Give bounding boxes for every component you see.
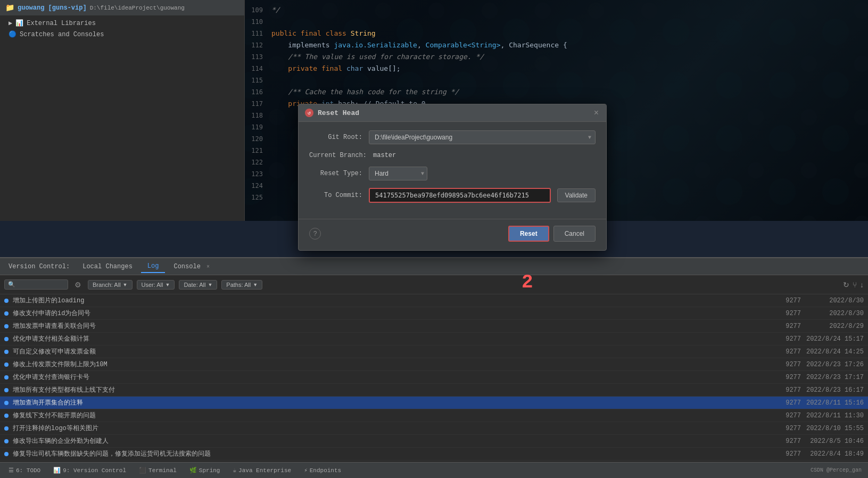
java-label: Java Enterprise [238, 467, 291, 474]
java-icon: ☕ [233, 467, 236, 474]
git-root-row: Git Root: D:\file\ideaProject\guowang ▼ [309, 130, 596, 144]
log-num: 9277 [780, 438, 801, 445]
log-row-3[interactable]: 优化申请支付相关金额计算 9277 2022/8/24 15:17 [0, 333, 868, 345]
tab-console-close[interactable]: × [206, 264, 210, 270]
log-date: 2022/8/23 17:17 [805, 374, 864, 381]
terminal-icon: ⬛ [139, 467, 146, 474]
log-dot [4, 350, 9, 354]
git-root-select[interactable]: D:\file\ideaProject\guowang [369, 130, 596, 144]
code-line-110: 110 [245, 16, 868, 28]
log-msg: 修复导出司机车辆数据缺失的问题，修复添加运货司机无法搜索的问题 [13, 449, 775, 458]
status-todo[interactable]: ☰ 6: TODO [6, 466, 43, 475]
project-sidebar: 📁 guowang [guns-vip] D:\file\ideaProject… [0, 0, 245, 221]
log-date: 2022/8/30 [805, 297, 864, 304]
log-msg: 修改支付申请的id为合同号 [13, 309, 775, 318]
log-row-7[interactable]: 增加所有支付类型都有线上线下支付 9277 2022/8/23 16:17 [0, 384, 868, 397]
status-spring[interactable]: 🌿 Spring [187, 466, 222, 475]
endpoints-label: Endpoints [310, 467, 341, 474]
log-row-10[interactable]: 打开注释掉的logo等相关图片 9277 2022/8/10 15:55 [0, 422, 868, 435]
log-num: 9277 [780, 399, 801, 407]
branch-filter[interactable]: Branch: All ▼ [88, 280, 133, 290]
log-msg: 增加发票申请查看关联合同号 [13, 322, 775, 331]
date-filter[interactable]: Date: All ▼ [179, 280, 217, 290]
log-date: 2022/8/30 [805, 310, 864, 317]
log-dot [4, 375, 9, 380]
log-row-12[interactable]: 修复导出司机车辆数据缺失的问题，修复添加运货司机无法搜索的问题 9277 202… [0, 448, 868, 460]
paths-filter[interactable]: Paths: All ▼ [221, 280, 262, 290]
code-line-116: 116 /** Cache the hash code for the stri… [245, 86, 868, 98]
log-num: 9277 [780, 310, 801, 317]
log-num: 9277 [780, 361, 801, 368]
to-commit-input[interactable] [369, 188, 551, 203]
log-date: 2022/8/23 16:17 [805, 386, 864, 394]
log-msg: 优化申请支付相关金额计算 [13, 334, 775, 343]
log-date: 2022/8/4 18:49 [805, 450, 864, 458]
log-row-8[interactable]: 增加查询开票集合的注释 9277 2022/8/11 15:16 [0, 397, 868, 409]
reset-head-dialog: ↺ Reset Head × Git Root: D:\file\ideaPro… [298, 104, 607, 251]
log-row-0[interactable]: 增加上传图片的loading 9277 2022/8/30 [0, 294, 868, 307]
log-row-6[interactable]: 优化申请支付查询银行卡号 9277 2022/8/23 17:17 [0, 371, 868, 384]
version-control-icon: 📊 [53, 467, 61, 474]
sidebar-item-scratches[interactable]: 🔵 Scratches and Consoles [0, 29, 244, 40]
status-terminal[interactable]: ⬛ Terminal [137, 466, 179, 475]
log-date: 2022/8/11 11:30 [805, 412, 864, 419]
sidebar-item-external-libraries[interactable]: ▶ 📊 External Libraries [0, 18, 244, 29]
log-num: 9277 [780, 323, 801, 330]
log-row-4[interactable]: 可自定义修改可申请发票金额 9277 2022/8/24 14:25 [0, 345, 868, 358]
log-msg: 修改导出车辆的企业外勤为创建人 [13, 436, 775, 446]
log-dot [4, 311, 9, 316]
cancel-button[interactable]: Cancel [553, 226, 596, 242]
tab-console[interactable]: Console × [167, 261, 216, 273]
log-msg: 可自定义修改可申请发票金额 [13, 347, 775, 356]
project-name: guowang [guns-vip] [18, 4, 87, 12]
log-row-2[interactable]: 增加发票申请查看关联合同号 9277 2022/8/29 [0, 320, 868, 333]
search-input[interactable] [18, 282, 60, 288]
log-row-5[interactable]: 修改上传发票文件限制上限为10M 9277 2022/8/23 17:26 [0, 358, 868, 371]
log-num: 9277 [780, 297, 801, 304]
watermark: CSDN @Percep_gan [811, 467, 862, 473]
bottom-panel: Version Control: Local Changes Log Conso… [0, 257, 868, 478]
settings-button[interactable]: ⚙ [72, 279, 84, 290]
user-filter[interactable]: User: All ▼ [137, 280, 175, 290]
branch-icon-btn[interactable]: ⑂ [853, 281, 857, 289]
status-endpoints[interactable]: ⚡ Endpoints [302, 466, 343, 475]
dialog-title: Reset Head [318, 109, 589, 117]
todo-label: 6: TODO [16, 467, 40, 474]
status-java-enterprise[interactable]: ☕ Java Enterprise [230, 466, 293, 475]
log-num: 9277 [780, 450, 801, 458]
search-icon: 🔍 [8, 281, 15, 288]
reset-button[interactable]: Reset [508, 226, 549, 242]
code-line-111: 111 public final class String [245, 28, 868, 39]
chart-icon: 📊 [15, 19, 23, 27]
log-row-1[interactable]: 修改支付申请的id为合同号 9277 2022/8/30 [0, 307, 868, 320]
log-msg: 优化申请支付查询银行卡号 [13, 373, 775, 382]
sidebar-tree: ▶ 📊 External Libraries 🔵 Scratches and C… [0, 15, 244, 42]
help-button[interactable]: ? [309, 228, 321, 240]
status-version-control[interactable]: 📊 9: Version Control [51, 466, 128, 475]
tab-log[interactable]: Log [141, 260, 166, 273]
log-num: 9277 [780, 386, 801, 394]
dialog-footer: ? Reset Cancel [299, 219, 606, 250]
log-list: 增加上传图片的loading 9277 2022/8/30 修改支付申请的id为… [0, 294, 868, 463]
arrow-down-btn[interactable]: ↓ [860, 281, 864, 289]
spring-icon: 🌿 [189, 467, 197, 474]
log-row-11[interactable]: 修改导出车辆的企业外勤为创建人 9277 2022/8/5 10:46 [0, 435, 868, 448]
log-num: 9277 [780, 335, 801, 343]
dialog-title-bar: ↺ Reset Head × [299, 104, 606, 122]
reset-type-row: Reset Type: Hard Soft Mixed Keep Merge ▼ [309, 167, 596, 180]
todo-icon: ☰ [9, 467, 14, 474]
spring-label: Spring [199, 467, 220, 474]
code-line-115: 115 [245, 75, 868, 86]
reset-type-select[interactable]: Hard Soft Mixed Keep Merge [369, 167, 427, 180]
branch-arrow: ▼ [123, 282, 128, 287]
log-row-9[interactable]: 修复线下支付不能开票的问题 9277 2022/8/11 11:30 [0, 409, 868, 422]
search-box[interactable]: 🔍 [4, 279, 68, 290]
tab-local-changes[interactable]: Local Changes [76, 261, 139, 273]
log-date: 2022/8/5 10:46 [805, 438, 864, 445]
code-line-109: 109 */ [245, 4, 868, 16]
dialog-close-button[interactable]: × [593, 109, 600, 117]
current-branch-row: Current Branch: master [309, 152, 596, 159]
refresh-button[interactable]: ↻ [843, 281, 849, 289]
validate-button[interactable]: Validate [557, 188, 596, 202]
log-dot [4, 439, 9, 443]
